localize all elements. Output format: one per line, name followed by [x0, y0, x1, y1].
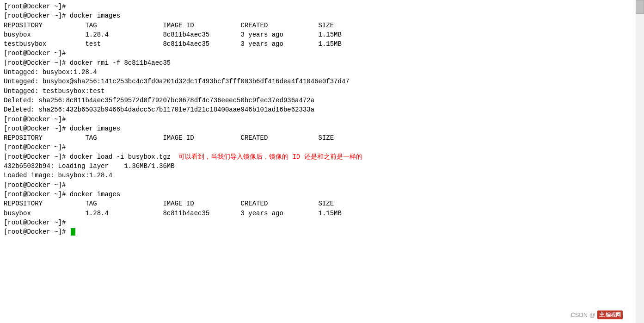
terminal-data-row: testbusybox test 8c811b4aec35 3 years ag…: [4, 39, 632, 49]
watermark: CSDN @ 主 编程网: [570, 311, 623, 319]
terminal-output: Deleted: sha256:8c811b4aec35f259572d0f79…: [4, 96, 632, 105]
terminal-line: [root@Docker ~]#: [4, 2, 632, 11]
scrollbar-thumb[interactable]: [636, 0, 644, 14]
inline-comment: 可以看到，当我们导入镜像后，镜像的 ID 还是和之前是一样的: [178, 153, 362, 161]
terminal-line: [root@Docker ~]#: [4, 49, 632, 58]
terminal-line: [root@Docker ~]# docker images: [4, 190, 632, 199]
terminal-output: Untagged: busybox@sha256:141c253bc4c3fd0…: [4, 77, 632, 86]
terminal-header: REPOSITORY TAG IMAGE ID CREATED SIZE: [4, 133, 632, 143]
terminal-line: [root@Docker ~]#: [4, 218, 632, 227]
terminal-data-row: busybox 1.28.4 8c811b4aec35 3 years ago …: [4, 209, 632, 218]
terminal-line: [root@Docker ~]#: [4, 180, 632, 190]
terminal-header: REPOSITORY TAG IMAGE ID CREATED SIZE: [4, 199, 632, 208]
terminal-line: [root@Docker ~]#: [4, 115, 632, 124]
terminal-container: [root@Docker ~]# [root@Docker ~]# docker…: [0, 0, 636, 323]
terminal-output: Untagged: busybox:1.28.4: [4, 68, 632, 77]
terminal-header: REPOSITORY TAG IMAGE ID CREATED SIZE: [4, 21, 632, 30]
terminal-line: [root@Docker ~]# docker images: [4, 124, 632, 133]
terminal-data-row: busybox 1.28.4 8c811b4aec35 3 years ago …: [4, 30, 632, 39]
terminal-line: [root@Docker ~]#: [4, 143, 632, 152]
watermark-csdn-text: CSDN @: [570, 311, 595, 318]
terminal-line: [root@Docker ~]# docker images: [4, 11, 632, 20]
terminal-prompt-cursor: [root@Docker ~]#: [4, 227, 632, 236]
scrollbar[interactable]: [636, 0, 644, 323]
terminal-output: Untagged: testbusybox:test: [4, 87, 632, 96]
terminal-line: [root@Docker ~]# docker rmi -f 8c811b4ae…: [4, 58, 632, 68]
terminal-cursor: [71, 228, 75, 236]
terminal-output: 432b65032b94: Loading layer 1.36MB/1.36M…: [4, 162, 632, 171]
watermark-logo-icon: 主: [599, 311, 605, 319]
terminal-command-with-comment: [root@Docker ~]# docker load -i busybox.…: [4, 152, 632, 162]
terminal-output: Deleted: sha256:432b65032b9466b4dadcc5c7…: [4, 105, 632, 114]
watermark-logo: 主 编程网: [597, 311, 623, 319]
terminal-output: Loaded image: busybox:1.28.4: [4, 171, 632, 180]
